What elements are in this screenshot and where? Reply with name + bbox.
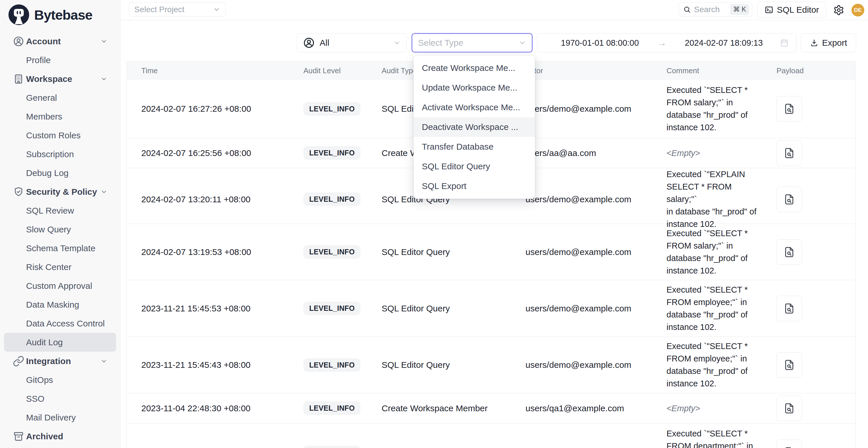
level-badge: LEVEL_INFO xyxy=(303,192,361,206)
sidebar-item-mail-delivery[interactable]: Mail Delivery xyxy=(4,408,116,427)
sidebar-item-label: Slow Query xyxy=(26,225,71,234)
project-select[interactable]: Select Project xyxy=(129,2,226,17)
sidebar-item-sso[interactable]: SSO xyxy=(4,389,116,408)
empty-comment: <Empty> xyxy=(666,404,700,413)
cell-audit-level: LEVEL_INFO xyxy=(289,102,367,116)
date-range-picker[interactable]: 1970-01-01 08:00:00 → 2024-02-07 18:09:1… xyxy=(537,33,797,53)
search-input[interactable]: Search ⌘ K xyxy=(679,2,752,17)
type-dropdown-option[interactable]: Deactivate Workspace ... xyxy=(414,117,535,137)
sql-editor-label: SQL Editor xyxy=(777,5,819,15)
cell-audit-level: LEVEL_INFO xyxy=(289,146,367,160)
sidebar-item-sql-review[interactable]: SQL Review xyxy=(4,201,116,220)
table-row[interactable]: 2023-11-21 15:45:53 +08:00 LEVEL_INFO SQ… xyxy=(127,280,855,337)
search-icon xyxy=(683,5,691,13)
shield-icon xyxy=(13,186,26,198)
type-dropdown-option[interactable]: SQL Export xyxy=(414,176,535,196)
sql-editor-button[interactable]: SQL Editor xyxy=(757,2,826,18)
cell-comment: Executed `"SELECT *FROM department;"` in… xyxy=(652,427,762,448)
type-filter-select[interactable]: Select Type xyxy=(412,33,532,53)
chevron-down-icon xyxy=(213,6,220,13)
sidebar-item-label: General xyxy=(26,93,57,103)
cell-comment: <Empty> xyxy=(652,404,762,413)
table-row[interactable]: 2024-02-07 13:19:53 +08:00 LEVEL_INFO SQ… xyxy=(127,224,855,280)
cell-time: 2024-02-07 13:20:11 +08:00 xyxy=(127,194,289,204)
view-payload-button[interactable] xyxy=(776,96,802,122)
archive-icon xyxy=(13,430,26,442)
cell-audit-level: LEVEL_INFO xyxy=(289,358,367,372)
cell-payload xyxy=(762,239,855,265)
chevron-down-icon xyxy=(393,39,401,46)
sidebar-item-profile[interactable]: Profile xyxy=(4,51,116,69)
view-payload-button[interactable] xyxy=(776,187,802,212)
actor-filter-select[interactable]: All xyxy=(297,33,407,53)
table-row[interactable]: 2023-11-21 15:45:43 +08:00 LEVEL_INFO SQ… xyxy=(127,337,855,393)
cell-audit-level: LEVEL_INFO xyxy=(289,446,367,448)
sidebar-item-label: Workspace xyxy=(26,74,72,84)
view-payload-button[interactable] xyxy=(776,239,802,265)
sidebar-item-label: Schema Template xyxy=(26,244,96,253)
search-shortcut-kbd: ⌘ K xyxy=(730,4,749,15)
sidebar-item-security-policy[interactable]: Security & Policy xyxy=(4,182,116,201)
sidebar-item-label: Members xyxy=(26,112,62,122)
avatar[interactable]: DE xyxy=(851,4,864,17)
type-dropdown-option[interactable]: Update Workspace Me... xyxy=(414,78,535,98)
actor-filter-value: All xyxy=(320,38,389,48)
gear-icon[interactable] xyxy=(833,5,844,15)
sidebar-item-general[interactable]: General xyxy=(4,88,116,107)
sidebar-item-label: Profile xyxy=(26,55,51,65)
sidebar-item-label: GitOps xyxy=(26,375,53,385)
sidebar-item-data-masking[interactable]: Data Masking xyxy=(4,295,116,314)
empty-comment: <Empty> xyxy=(666,149,700,158)
type-dropdown-option[interactable]: Activate Workspace Me... xyxy=(414,98,535,117)
cell-payload xyxy=(762,296,855,321)
sidebar-item-archived[interactable]: Archived xyxy=(4,427,116,446)
chevron-down-icon xyxy=(519,39,526,46)
view-payload-button[interactable] xyxy=(776,140,802,166)
topbar: Select Project Search ⌘ K SQL Editor DE xyxy=(120,0,868,20)
sidebar-item-label: Custom Approval xyxy=(26,281,92,291)
level-badge: LEVEL_INFO xyxy=(303,146,361,160)
type-dropdown-option[interactable]: Create Workspace Me... xyxy=(414,58,535,78)
sidebar-item-audit-log[interactable]: Audit Log xyxy=(4,333,116,352)
table-row[interactable]: 2023-11-04 22:48:30 +08:00 LEVEL_INFO Cr… xyxy=(127,393,855,423)
date-start-value[interactable]: 1970-01-01 08:00:00 xyxy=(544,38,655,48)
sidebar-item-workspace[interactable]: Workspace xyxy=(4,69,116,88)
sidebar-item-integration[interactable]: Integration xyxy=(4,352,116,371)
view-payload-button[interactable] xyxy=(776,296,802,321)
cell-audit-level: LEVEL_INFO xyxy=(289,301,367,315)
sidebar-item-label: Data Masking xyxy=(26,300,79,310)
view-payload-button[interactable] xyxy=(776,440,802,448)
terminal-icon xyxy=(764,5,774,14)
sidebar-item-custom-roles[interactable]: Custom Roles xyxy=(4,126,116,145)
type-dropdown-option[interactable]: SQL Editor Query xyxy=(414,157,535,176)
cell-audit-level: LEVEL_INFO xyxy=(289,402,367,415)
sidebar-item-subscription[interactable]: Subscription xyxy=(4,145,116,163)
export-button[interactable]: Export xyxy=(801,33,856,53)
sidebar-item-gitops[interactable]: GitOps xyxy=(4,371,116,389)
link-icon xyxy=(13,355,26,367)
sidebar-item-custom-approval[interactable]: Custom Approval xyxy=(4,277,116,295)
sidebar-item-risk-center[interactable]: Risk Center xyxy=(4,258,116,277)
sidebar-item-account[interactable]: Account xyxy=(4,32,116,51)
cell-audit-type: SQL Editor Query xyxy=(367,247,511,257)
cell-payload xyxy=(762,440,855,448)
table-row[interactable]: 2023-11-04 21:26:24 +08:00 LEVEL_INFO SQ… xyxy=(127,423,855,448)
brand-logo[interactable]: Bytebase xyxy=(7,3,92,26)
sidebar-item-label: Archived xyxy=(26,431,63,441)
cell-comment: Executed `"SELECT *FROM salary;"` indata… xyxy=(652,84,762,134)
sidebar-item-debug-log[interactable]: Debug Log xyxy=(4,163,116,182)
sidebar-item-members[interactable]: Members xyxy=(4,107,116,126)
cell-audit-type: SQL Editor Query xyxy=(367,360,511,370)
view-payload-button[interactable] xyxy=(776,352,802,378)
date-end-value[interactable]: 2024-02-07 18:09:13 xyxy=(668,38,779,48)
sidebar-item-slow-query[interactable]: Slow Query xyxy=(4,220,116,239)
cell-payload xyxy=(762,96,855,122)
sidebar-item-schema-template[interactable]: Schema Template xyxy=(4,239,116,258)
sidebar-item-data-access-control[interactable]: Data Access Control xyxy=(4,314,116,333)
sidebar-item-label: SSO xyxy=(26,394,44,404)
workspace-icon xyxy=(13,73,26,85)
view-payload-button[interactable] xyxy=(776,395,802,421)
type-dropdown-option[interactable]: Transfer Database xyxy=(414,137,535,157)
column-header-audit-level: Audit Level xyxy=(289,66,367,75)
project-select-placeholder: Select Project xyxy=(134,5,184,14)
